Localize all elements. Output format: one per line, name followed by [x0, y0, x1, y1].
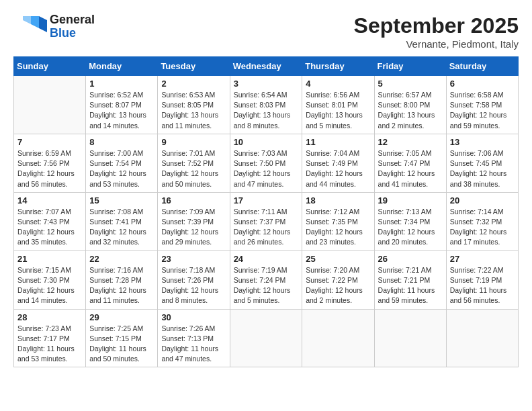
day-number: 26: [378, 254, 443, 264]
calendar-cell: 29Sunrise: 7:25 AM Sunset: 7:15 PM Dayli…: [86, 309, 158, 367]
day-info: Sunrise: 7:23 AM Sunset: 7:17 PM Dayligh…: [17, 324, 82, 365]
day-info: Sunrise: 7:25 AM Sunset: 7:15 PM Dayligh…: [89, 324, 154, 365]
day-number: 16: [161, 195, 226, 205]
day-number: 2: [161, 79, 226, 89]
day-number: 17: [234, 195, 299, 205]
day-number: 9: [161, 137, 226, 147]
day-info: Sunrise: 7:09 AM Sunset: 7:39 PM Dayligh…: [161, 207, 226, 248]
weekday-header-saturday: Saturday: [446, 57, 518, 76]
day-number: 14: [17, 195, 82, 205]
day-info: Sunrise: 7:12 AM Sunset: 7:35 PM Dayligh…: [306, 207, 370, 248]
calendar-cell: 4Sunrise: 6:56 AM Sunset: 8:01 PM Daylig…: [302, 76, 374, 134]
calendar-cell: 21Sunrise: 7:15 AM Sunset: 7:30 PM Dayli…: [14, 250, 86, 309]
calendar-cell: [230, 309, 302, 367]
day-number: 3: [234, 79, 299, 89]
logo-icon: [13, 13, 47, 40]
day-info: Sunrise: 7:13 AM Sunset: 7:34 PM Dayligh…: [378, 207, 443, 248]
svg-marker-1: [39, 16, 47, 32]
weekday-header-wednesday: Wednesday: [230, 57, 302, 76]
calendar-cell: 27Sunrise: 7:22 AM Sunset: 7:19 PM Dayli…: [446, 250, 518, 309]
day-number: 27: [450, 254, 515, 264]
calendar-table: SundayMondayTuesdayWednesdayThursdayFrid…: [13, 56, 519, 367]
day-info: Sunrise: 7:03 AM Sunset: 7:50 PM Dayligh…: [234, 148, 299, 189]
logo-label: General Blue: [50, 13, 95, 40]
day-number: 11: [306, 137, 370, 147]
day-info: Sunrise: 7:07 AM Sunset: 7:43 PM Dayligh…: [17, 207, 82, 248]
calendar-cell: 30Sunrise: 7:26 AM Sunset: 7:13 PM Dayli…: [158, 309, 230, 367]
calendar-cell: 13Sunrise: 7:06 AM Sunset: 7:45 PM Dayli…: [446, 134, 518, 192]
calendar-week-row: 21Sunrise: 7:15 AM Sunset: 7:30 PM Dayli…: [14, 250, 519, 309]
weekday-header-monday: Monday: [86, 57, 158, 76]
day-info: Sunrise: 6:56 AM Sunset: 8:01 PM Dayligh…: [306, 90, 370, 131]
day-info: Sunrise: 7:19 AM Sunset: 7:24 PM Dayligh…: [234, 265, 299, 306]
day-info: Sunrise: 6:57 AM Sunset: 8:00 PM Dayligh…: [378, 90, 443, 131]
svg-marker-2: [31, 16, 39, 28]
day-number: 30: [161, 312, 226, 322]
calendar-cell: 8Sunrise: 7:00 AM Sunset: 7:54 PM Daylig…: [86, 134, 158, 192]
calendar-cell: 24Sunrise: 7:19 AM Sunset: 7:24 PM Dayli…: [230, 250, 302, 309]
weekday-header-friday: Friday: [374, 57, 446, 76]
day-number: 5: [378, 79, 443, 89]
day-info: Sunrise: 6:52 AM Sunset: 8:07 PM Dayligh…: [89, 90, 154, 131]
day-info: Sunrise: 7:22 AM Sunset: 7:19 PM Dayligh…: [450, 265, 515, 306]
calendar-cell: 18Sunrise: 7:12 AM Sunset: 7:35 PM Dayli…: [302, 192, 374, 250]
day-number: 13: [450, 137, 515, 147]
day-info: Sunrise: 7:16 AM Sunset: 7:28 PM Dayligh…: [89, 265, 154, 306]
day-info: Sunrise: 7:20 AM Sunset: 7:22 PM Dayligh…: [306, 265, 370, 306]
day-info: Sunrise: 7:06 AM Sunset: 7:45 PM Dayligh…: [450, 148, 515, 189]
calendar-cell: 1Sunrise: 6:52 AM Sunset: 8:07 PM Daylig…: [86, 76, 158, 134]
logo-general-text: General: [50, 13, 95, 27]
calendar-cell: 6Sunrise: 6:58 AM Sunset: 7:58 PM Daylig…: [446, 76, 518, 134]
calendar-cell: 9Sunrise: 7:01 AM Sunset: 7:52 PM Daylig…: [158, 134, 230, 192]
calendar-week-row: 1Sunrise: 6:52 AM Sunset: 8:07 PM Daylig…: [14, 76, 519, 134]
day-info: Sunrise: 6:54 AM Sunset: 8:03 PM Dayligh…: [234, 90, 299, 131]
calendar-cell: [374, 309, 446, 367]
day-info: Sunrise: 7:04 AM Sunset: 7:49 PM Dayligh…: [306, 148, 370, 189]
calendar-cell: 25Sunrise: 7:20 AM Sunset: 7:22 PM Dayli…: [302, 250, 374, 309]
day-number: 7: [17, 137, 82, 147]
page-header: General Blue September 2025 Vernante, Pi…: [13, 13, 519, 50]
day-info: Sunrise: 7:01 AM Sunset: 7:52 PM Dayligh…: [161, 148, 226, 189]
day-info: Sunrise: 7:11 AM Sunset: 7:37 PM Dayligh…: [234, 207, 299, 248]
day-info: Sunrise: 7:08 AM Sunset: 7:41 PM Dayligh…: [89, 207, 154, 248]
calendar-cell: 11Sunrise: 7:04 AM Sunset: 7:49 PM Dayli…: [302, 134, 374, 192]
calendar-week-row: 28Sunrise: 7:23 AM Sunset: 7:17 PM Dayli…: [14, 309, 519, 367]
month-title: September 2025: [354, 13, 519, 38]
day-info: Sunrise: 6:53 AM Sunset: 8:05 PM Dayligh…: [161, 90, 226, 131]
calendar-cell: 28Sunrise: 7:23 AM Sunset: 7:17 PM Dayli…: [14, 309, 86, 367]
calendar-cell: 7Sunrise: 6:59 AM Sunset: 7:56 PM Daylig…: [14, 134, 86, 192]
calendar-cell: [302, 309, 374, 367]
calendar-cell: 2Sunrise: 6:53 AM Sunset: 8:05 PM Daylig…: [158, 76, 230, 134]
day-info: Sunrise: 7:26 AM Sunset: 7:13 PM Dayligh…: [161, 324, 226, 365]
day-number: 25: [306, 254, 370, 264]
calendar-cell: 20Sunrise: 7:14 AM Sunset: 7:32 PM Dayli…: [446, 192, 518, 250]
day-number: 1: [89, 79, 154, 89]
calendar-week-row: 7Sunrise: 6:59 AM Sunset: 7:56 PM Daylig…: [14, 134, 519, 192]
day-number: 28: [17, 312, 82, 322]
day-info: Sunrise: 7:00 AM Sunset: 7:54 PM Dayligh…: [89, 148, 154, 189]
calendar-cell: 17Sunrise: 7:11 AM Sunset: 7:37 PM Dayli…: [230, 192, 302, 250]
logo: General Blue: [13, 13, 95, 40]
calendar-cell: 5Sunrise: 6:57 AM Sunset: 8:00 PM Daylig…: [374, 76, 446, 134]
day-number: 19: [378, 195, 443, 205]
calendar-cell: 19Sunrise: 7:13 AM Sunset: 7:34 PM Dayli…: [374, 192, 446, 250]
day-info: Sunrise: 7:21 AM Sunset: 7:21 PM Dayligh…: [378, 265, 443, 306]
calendar-header-row: SundayMondayTuesdayWednesdayThursdayFrid…: [14, 57, 519, 76]
calendar-cell: 12Sunrise: 7:05 AM Sunset: 7:47 PM Dayli…: [374, 134, 446, 192]
calendar-cell: 10Sunrise: 7:03 AM Sunset: 7:50 PM Dayli…: [230, 134, 302, 192]
day-number: 21: [17, 254, 82, 264]
day-info: Sunrise: 6:59 AM Sunset: 7:56 PM Dayligh…: [17, 148, 82, 189]
day-info: Sunrise: 7:05 AM Sunset: 7:47 PM Dayligh…: [378, 148, 443, 189]
day-number: 23: [161, 254, 226, 264]
calendar-cell: 23Sunrise: 7:18 AM Sunset: 7:26 PM Dayli…: [158, 250, 230, 309]
calendar-cell: 3Sunrise: 6:54 AM Sunset: 8:03 PM Daylig…: [230, 76, 302, 134]
title-block: September 2025 Vernante, Piedmont, Italy: [354, 13, 519, 50]
calendar-cell: 26Sunrise: 7:21 AM Sunset: 7:21 PM Dayli…: [374, 250, 446, 309]
day-number: 18: [306, 195, 370, 205]
weekday-header-thursday: Thursday: [302, 57, 374, 76]
calendar-cell: 16Sunrise: 7:09 AM Sunset: 7:39 PM Dayli…: [158, 192, 230, 250]
day-info: Sunrise: 6:58 AM Sunset: 7:58 PM Dayligh…: [450, 90, 515, 131]
weekday-header-sunday: Sunday: [14, 57, 86, 76]
day-number: 29: [89, 312, 154, 322]
calendar-cell: [14, 76, 86, 134]
